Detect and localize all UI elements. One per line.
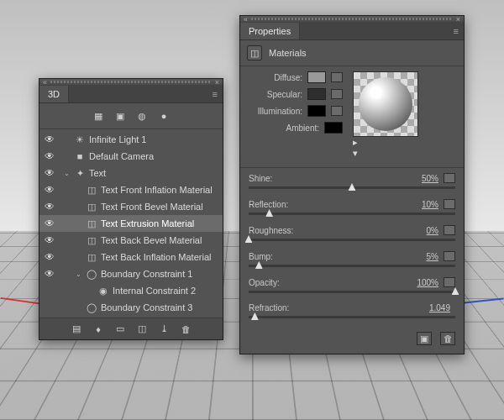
material-icon: ◫: [86, 201, 97, 213]
diffuse-texture-picker[interactable]: [331, 72, 343, 82]
roughness-texture-picker[interactable]: [444, 225, 455, 235]
bump-texture-picker[interactable]: [444, 251, 455, 261]
refraction-label: Refraction:: [249, 303, 289, 312]
render-settings-button[interactable]: ▣: [417, 332, 432, 345]
visibility-toggle-icon[interactable]: 👁: [43, 167, 55, 179]
visibility-toggle-icon[interactable]: 👁: [43, 150, 55, 162]
bump-label: Bump:: [249, 252, 273, 261]
materials-section-title: Materials: [269, 48, 307, 58]
drag-dots-icon: [251, 18, 453, 20]
tree-item[interactable]: ◉Internal Constraint 2: [39, 282, 223, 299]
tree-item[interactable]: 👁◫Text Back Inflation Material: [39, 249, 223, 265]
roughness-slider[interactable]: [249, 239, 455, 241]
layers-icon[interactable]: ▤: [69, 322, 84, 337]
tree-item-label: Boundary Constraint 3: [101, 302, 219, 312]
close-icon[interactable]: ×: [215, 78, 219, 87]
lights-filter-icon[interactable]: ●: [156, 108, 171, 123]
tree-item[interactable]: 👁◫Text Back Bevel Material: [39, 232, 223, 249]
tab-properties[interactable]: Properties: [240, 23, 300, 39]
color-swatches: Diffuse: Specular: Illumination: Ambient…: [240, 66, 464, 168]
tree-item[interactable]: 👁◫Text Front Bevel Material: [39, 198, 223, 215]
specular-swatch[interactable]: [307, 88, 326, 100]
diffuse-label: Diffuse:: [247, 73, 302, 82]
reflection-value[interactable]: 10%: [422, 200, 438, 209]
reflection-texture-picker[interactable]: [444, 199, 455, 209]
visibility-toggle-icon[interactable]: 👁: [43, 268, 55, 280]
preview-flyout-icon[interactable]: ▸▾: [353, 137, 418, 159]
panel-3d-drag-handle[interactable]: « ×: [39, 79, 223, 85]
material-section-icon: ◫: [247, 45, 262, 60]
bump-slider-thumb[interactable]: [255, 261, 263, 269]
opacity-texture-picker[interactable]: [444, 277, 455, 287]
material-preview[interactable]: [353, 71, 418, 137]
diffuse-swatch[interactable]: [307, 71, 326, 83]
tab-3d[interactable]: 3D: [39, 86, 69, 102]
bump-slider[interactable]: [249, 265, 455, 267]
refraction-slider[interactable]: [249, 316, 455, 318]
mesh-filter-icon[interactable]: ▣: [113, 108, 128, 123]
panel-3d-tabbar: 3D ≡: [39, 85, 223, 103]
tree-item[interactable]: 👁⌄◯Boundary Constraint 1: [39, 265, 223, 282]
panel-menu-icon[interactable]: ≡: [449, 26, 464, 36]
delete-material-button[interactable]: 🗑: [440, 332, 455, 345]
visibility-toggle-icon[interactable]: 👁: [43, 218, 55, 229]
shine-value[interactable]: 50%: [422, 174, 438, 183]
trash-icon[interactable]: 🗑: [178, 322, 193, 337]
visibility-toggle-icon[interactable]: 👁: [43, 184, 55, 196]
tree-item-label: Text Front Inflation Material: [101, 185, 219, 195]
panel-properties-drag-handle[interactable]: « ×: [240, 16, 464, 22]
shine-texture-picker[interactable]: [444, 173, 455, 183]
shine-slider-thumb[interactable]: [349, 183, 356, 191]
visibility-toggle-icon[interactable]: 👁: [43, 201, 55, 213]
texture-icon[interactable]: ◫: [134, 322, 150, 337]
reflection-slider[interactable]: [249, 213, 455, 215]
tree-item[interactable]: 👁◫Text Extrusion Material: [39, 215, 223, 232]
tree-item[interactable]: ◯Boundary Constraint 3: [39, 299, 223, 316]
bump-slider-group: Bump:5%: [249, 251, 455, 267]
tree-item-label: Boundary Constraint 1: [101, 269, 219, 279]
camera-icon[interactable]: ▭: [113, 322, 128, 337]
refraction-slider-thumb[interactable]: [251, 312, 259, 320]
tree-item-label: Text Back Bevel Material: [101, 235, 219, 245]
reflection-slider-thumb[interactable]: [265, 209, 273, 217]
roughness-slider-thumb[interactable]: [245, 235, 253, 243]
scene-filter-bar: ▦ ▣ ◍ ●: [39, 103, 223, 129]
sun-icon: ☀: [74, 134, 86, 145]
materials-filter-icon[interactable]: ◍: [134, 108, 150, 123]
shine-slider[interactable]: [249, 186, 455, 189]
illumination-texture-picker[interactable]: [331, 106, 343, 116]
visibility-toggle-icon[interactable]: 👁: [43, 234, 55, 246]
circle-icon: ◯: [86, 268, 97, 280]
panel-properties: « × Properties ≡ ◫ Materials Diffuse: Sp…: [239, 15, 465, 354]
tree-item[interactable]: 👁■Default Camera: [39, 148, 223, 165]
camera-icon: ■: [74, 150, 86, 162]
visibility-toggle-icon[interactable]: 👁: [43, 134, 55, 145]
ambient-swatch[interactable]: [324, 122, 343, 134]
ambient-label: Ambient:: [264, 123, 319, 133]
panel-menu-icon[interactable]: ≡: [207, 89, 223, 99]
tree-item[interactable]: 👁⌄✦Text: [39, 165, 223, 181]
close-icon[interactable]: ×: [456, 15, 460, 24]
shine-label: Shine:: [249, 174, 272, 183]
material-icon: ◫: [86, 251, 97, 263]
roughness-value[interactable]: 0%: [427, 226, 438, 235]
tree-item-label: Text: [89, 168, 219, 178]
opacity-slider[interactable]: [249, 291, 455, 293]
light-icon[interactable]: ♦: [91, 322, 106, 337]
tree-item[interactable]: 👁☀Infinite Light 1: [39, 131, 223, 148]
illumination-swatch[interactable]: [307, 105, 326, 117]
visibility-toggle-icon[interactable]: 👁: [43, 251, 55, 263]
refraction-value[interactable]: 1.049: [429, 303, 450, 312]
tree-item[interactable]: 👁◫Text Front Inflation Material: [39, 181, 223, 198]
export-icon[interactable]: ⤓: [156, 322, 171, 337]
disclosure-caret-icon[interactable]: ⌄: [62, 170, 71, 177]
scene-filter-icon[interactable]: ▦: [91, 108, 106, 123]
circle-icon: ◯: [86, 302, 97, 313]
bump-value[interactable]: 5%: [427, 252, 438, 261]
material-sliders: Shine:50%Reflection:10%Roughness:0%Bump:…: [240, 168, 464, 327]
opacity-slider-thumb[interactable]: [452, 287, 459, 295]
opacity-value[interactable]: 100%: [417, 278, 438, 287]
specular-texture-picker[interactable]: [331, 89, 343, 99]
disclosure-caret-icon[interactable]: ⌄: [74, 270, 82, 278]
opacity-label: Opacity:: [249, 278, 280, 287]
